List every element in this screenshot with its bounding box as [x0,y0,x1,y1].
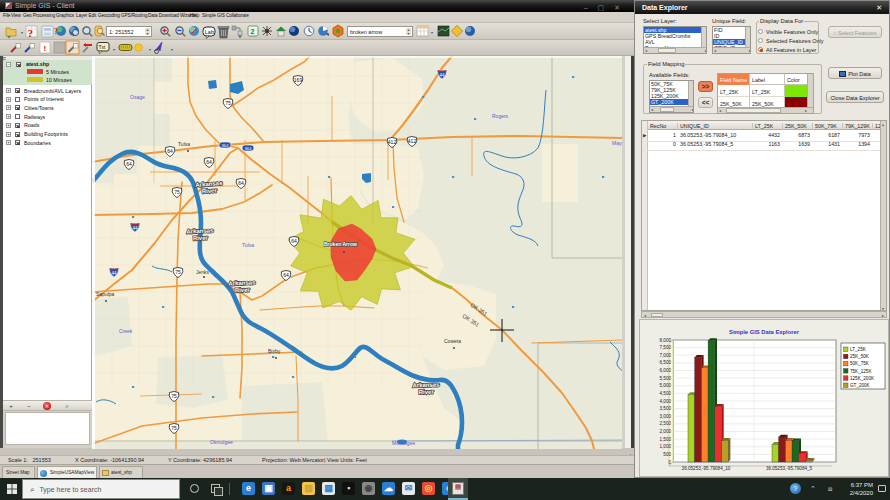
svg-text:75K_125K: 75K_125K [850,369,872,374]
svg-text:44: 44 [132,226,138,231]
svg-text:Rogers: Rogers [492,113,509,119]
svg-text:▾: ▾ [113,47,115,52]
svg-text:36.05253,-95.79084_10: 36.05253,-95.79084_10 [682,466,731,471]
svg-text:Sapulpa: Sapulpa [96,291,115,297]
svg-text:412: 412 [388,139,397,145]
svg-text:6,000: 6,000 [660,368,672,373]
svg-text:75: 75 [174,189,180,195]
svg-text:0: 0 [668,460,671,465]
svg-text:75: 75 [175,269,181,275]
svg-text:64: 64 [283,272,289,278]
svg-text:▾: ▾ [21,30,23,35]
svg-text:GT_200K: GT_200K [850,383,871,388]
svg-text:2,500: 2,500 [660,421,672,426]
svg-text:Lab: Lab [205,29,214,35]
svg-text:75: 75 [171,425,177,431]
svg-text:50K_75K: 50K_75K [850,361,870,366]
svg-text:7,500: 7,500 [660,345,672,350]
svg-text:2,000: 2,000 [660,429,672,434]
svg-text:500: 500 [663,452,671,457]
svg-text:364: 364 [222,143,230,148]
svg-text:3,000: 3,000 [660,414,672,419]
svg-text:7,000: 7,000 [660,353,672,358]
svg-text:364: 364 [245,146,253,151]
svg-text:64: 64 [291,238,297,244]
svg-text:64: 64 [126,161,132,167]
svg-text:169: 169 [294,77,303,83]
svg-text:Jenks: Jenks [196,269,210,275]
svg-text:8,000: 8,000 [660,338,672,343]
svg-text:Coweta: Coweta [444,338,461,344]
svg-text:412: 412 [408,138,417,144]
svg-text:LT_25K: LT_25K [850,347,867,352]
svg-text:75: 75 [225,100,231,106]
svg-text:Txt: Txt [99,44,107,50]
svg-text:44: 44 [439,73,445,78]
svg-text:Mayes: Mayes [612,140,622,146]
svg-text:River: River [235,287,251,294]
svg-text:▾: ▾ [431,30,433,35]
svg-text:2: 2 [251,28,255,35]
svg-text:?: ? [28,27,34,39]
svg-text:64: 64 [238,180,244,186]
svg-text:Bixby: Bixby [268,348,281,354]
svg-text:5,500: 5,500 [660,376,672,381]
svg-text:Tulsa: Tulsa [178,141,190,147]
svg-text:Arkansas: Arkansas [412,382,440,389]
svg-text:3,500: 3,500 [660,406,672,411]
svg-text:Muskogee: Muskogee [392,440,415,446]
svg-text:Okmulgee: Okmulgee [210,439,233,445]
svg-text:Creek: Creek [119,328,133,334]
svg-text:River: River [419,389,435,396]
svg-text:?: ? [54,27,58,36]
svg-text:▾: ▾ [149,47,151,52]
svg-text:75: 75 [171,393,177,399]
svg-text:125K_200K: 125K_200K [850,376,875,381]
svg-text:River: River [193,235,209,242]
svg-text:64: 64 [206,159,212,165]
svg-text:▾: ▾ [171,47,173,52]
svg-text:64: 64 [167,148,173,154]
svg-text:4,000: 4,000 [660,399,672,404]
svg-text:Simple GIS Data Explorer: Simple GIS Data Explorer [729,329,800,335]
svg-text:25K_50K: 25K_50K [850,354,870,359]
svg-text:5,000: 5,000 [660,383,672,388]
svg-text:Broken Arrow: Broken Arrow [324,241,357,247]
svg-text:1,000: 1,000 [660,444,672,449]
svg-text:4,500: 4,500 [660,391,672,396]
svg-text:6,500: 6,500 [660,360,672,365]
svg-text:River: River [202,187,218,194]
svg-text:Tulsa: Tulsa [242,242,254,248]
svg-text:Osage: Osage [130,94,145,100]
svg-text:1,500: 1,500 [660,437,672,442]
svg-text:36.05253,-95.79084_5: 36.05253,-95.79084_5 [766,466,813,471]
svg-text:44: 44 [111,271,117,276]
svg-text:!: ! [44,44,47,53]
